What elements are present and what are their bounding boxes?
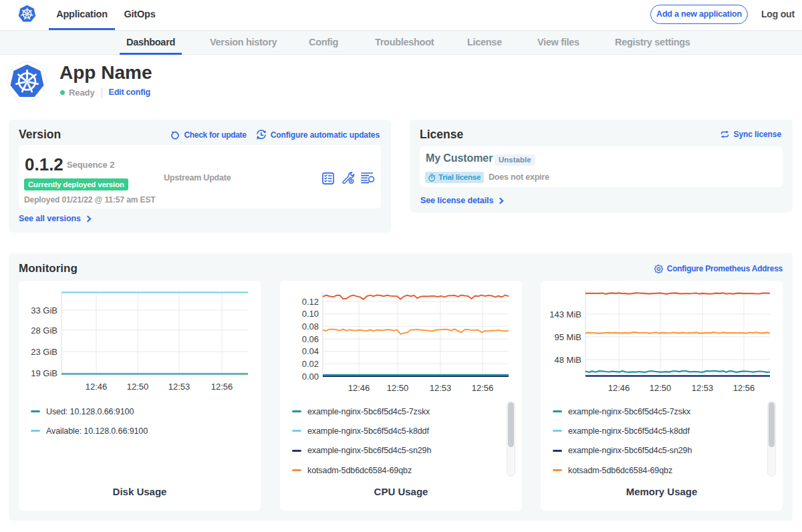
- svg-text:33 GiB: 33 GiB: [31, 305, 57, 315]
- svg-text:12:50: 12:50: [650, 383, 672, 393]
- svg-text:0.12: 0.12: [302, 297, 319, 307]
- svg-text:12:53: 12:53: [168, 382, 190, 392]
- svg-text:0.10: 0.10: [302, 309, 319, 319]
- svg-text:143 MiB: 143 MiB: [549, 309, 581, 319]
- svg-text:12:56: 12:56: [472, 383, 494, 393]
- svg-text:12:50: 12:50: [387, 383, 409, 393]
- svg-text:12:53: 12:53: [692, 383, 714, 393]
- svg-text:12:50: 12:50: [127, 382, 149, 392]
- svg-text:12:46: 12:46: [348, 383, 370, 393]
- svg-text:19 GiB: 19 GiB: [31, 368, 57, 378]
- svg-text:12:56: 12:56: [733, 383, 755, 393]
- svg-text:28 GiB: 28 GiB: [31, 325, 57, 336]
- svg-text:0.08: 0.08: [302, 321, 319, 331]
- svg-text:48 MiB: 48 MiB: [555, 355, 581, 365]
- svg-text:23 GiB: 23 GiB: [31, 347, 57, 357]
- svg-text:12:53: 12:53: [430, 383, 452, 393]
- svg-text:12:46: 12:46: [86, 382, 108, 392]
- svg-text:12:46: 12:46: [608, 383, 630, 393]
- svg-text:12:56: 12:56: [211, 382, 233, 392]
- svg-text:95 MiB: 95 MiB: [555, 332, 581, 342]
- svg-text:0.06: 0.06: [302, 334, 319, 344]
- svg-text:0.04: 0.04: [302, 346, 319, 356]
- svg-text:0.00: 0.00: [302, 372, 319, 382]
- svg-text:0.02: 0.02: [302, 359, 319, 369]
